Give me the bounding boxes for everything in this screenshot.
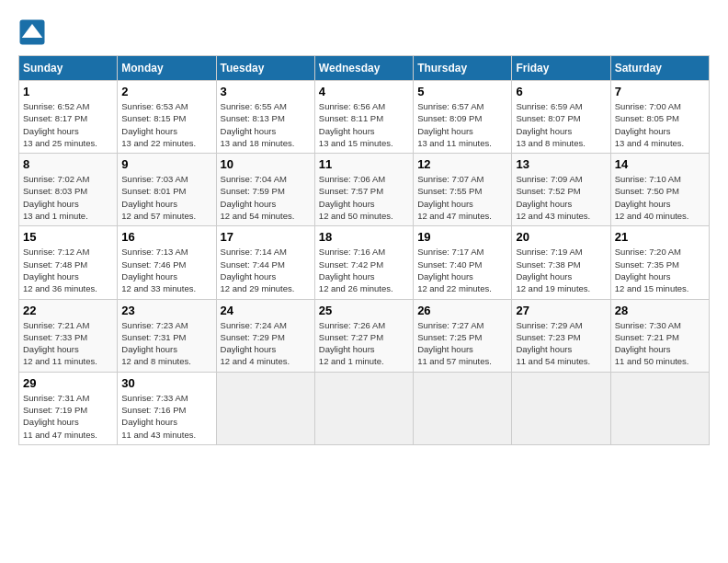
calendar-cell: 1 Sunrise: 6:52 AM Sunset: 8:17 PM Dayli… — [19, 81, 118, 154]
day-number: 1 — [23, 85, 113, 98]
day-info: Sunrise: 7:12 AM Sunset: 7:48 PM Dayligh… — [23, 246, 113, 294]
day-info: Sunrise: 7:17 AM Sunset: 7:40 PM Dayligh… — [417, 246, 507, 294]
calendar-cell: 13 Sunrise: 7:09 AM Sunset: 7:52 PM Dayl… — [512, 154, 610, 226]
day-info: Sunrise: 6:53 AM Sunset: 8:15 PM Dayligh… — [121, 100, 211, 149]
day-number: 20 — [516, 230, 606, 244]
logo — [18, 18, 50, 46]
day-number: 8 — [23, 157, 113, 171]
calendar-cell — [314, 372, 413, 444]
calendar-cell: 30 Sunrise: 7:33 AM Sunset: 7:16 PM Dayl… — [118, 372, 216, 444]
calendar-week-2: 8 Sunrise: 7:02 AM Sunset: 8:03 PM Dayli… — [19, 154, 710, 226]
day-info: Sunrise: 6:55 AM Sunset: 8:13 PM Dayligh… — [221, 100, 311, 149]
day-info: Sunrise: 7:03 AM Sunset: 8:01 PM Dayligh… — [121, 173, 211, 222]
calendar-cell: 16 Sunrise: 7:13 AM Sunset: 7:46 PM Dayl… — [118, 226, 216, 299]
day-number: 4 — [319, 85, 409, 98]
calendar-week-4: 22 Sunrise: 7:21 AM Sunset: 7:33 PM Dayl… — [19, 299, 710, 372]
calendar-cell: 25 Sunrise: 7:26 AM Sunset: 7:27 PM Dayl… — [314, 299, 413, 372]
weekday-header-tuesday: Tuesday — [216, 56, 314, 81]
calendar-cell: 26 Sunrise: 7:27 AM Sunset: 7:25 PM Dayl… — [414, 299, 512, 372]
day-number: 15 — [23, 230, 113, 244]
day-info: Sunrise: 7:13 AM Sunset: 7:46 PM Dayligh… — [121, 246, 211, 294]
calendar-cell: 5 Sunrise: 6:57 AM Sunset: 8:09 PM Dayli… — [414, 81, 512, 154]
calendar-cell: 14 Sunrise: 7:10 AM Sunset: 7:50 PM Dayl… — [610, 154, 709, 226]
day-number: 5 — [417, 85, 507, 98]
day-number: 16 — [121, 230, 211, 244]
calendar-cell: 18 Sunrise: 7:16 AM Sunset: 7:42 PM Dayl… — [314, 226, 413, 299]
weekday-header-wednesday: Wednesday — [314, 56, 413, 81]
day-info: Sunrise: 7:20 AM Sunset: 7:35 PM Dayligh… — [615, 246, 705, 294]
calendar-week-3: 15 Sunrise: 7:12 AM Sunset: 7:48 PM Dayl… — [19, 226, 710, 299]
calendar-cell: 12 Sunrise: 7:07 AM Sunset: 7:55 PM Dayl… — [414, 154, 512, 226]
day-info: Sunrise: 7:16 AM Sunset: 7:42 PM Dayligh… — [319, 246, 409, 294]
calendar-table: SundayMondayTuesdayWednesdayThursdayFrid… — [18, 55, 710, 445]
day-number: 23 — [121, 304, 211, 317]
day-info: Sunrise: 7:14 AM Sunset: 7:44 PM Dayligh… — [221, 246, 311, 294]
day-info: Sunrise: 7:06 AM Sunset: 7:57 PM Dayligh… — [319, 173, 409, 222]
page-header — [18, 18, 710, 46]
weekday-header-saturday: Saturday — [610, 56, 709, 81]
calendar-cell: 3 Sunrise: 6:55 AM Sunset: 8:13 PM Dayli… — [216, 81, 314, 154]
day-number: 2 — [121, 85, 211, 98]
day-number: 26 — [417, 304, 507, 317]
calendar-cell: 9 Sunrise: 7:03 AM Sunset: 8:01 PM Dayli… — [118, 154, 216, 226]
calendar-week-1: 1 Sunrise: 6:52 AM Sunset: 8:17 PM Dayli… — [19, 81, 710, 154]
day-number: 11 — [319, 157, 409, 171]
day-number: 7 — [615, 85, 705, 98]
calendar-cell — [414, 372, 512, 444]
day-info: Sunrise: 7:10 AM Sunset: 7:50 PM Dayligh… — [615, 173, 705, 222]
calendar-cell: 29 Sunrise: 7:31 AM Sunset: 7:19 PM Dayl… — [19, 372, 118, 444]
calendar-cell — [610, 372, 709, 444]
day-info: Sunrise: 7:33 AM Sunset: 7:16 PM Dayligh… — [121, 392, 211, 441]
day-info: Sunrise: 7:19 AM Sunset: 7:38 PM Dayligh… — [516, 246, 606, 294]
day-info: Sunrise: 7:02 AM Sunset: 8:03 PM Dayligh… — [23, 173, 113, 222]
calendar-cell: 10 Sunrise: 7:04 AM Sunset: 7:59 PM Dayl… — [216, 154, 314, 226]
day-info: Sunrise: 7:09 AM Sunset: 7:52 PM Dayligh… — [516, 173, 606, 222]
day-info: Sunrise: 6:59 AM Sunset: 8:07 PM Dayligh… — [516, 100, 606, 149]
weekday-header-row: SundayMondayTuesdayWednesdayThursdayFrid… — [19, 56, 710, 81]
day-info: Sunrise: 7:21 AM Sunset: 7:33 PM Dayligh… — [23, 319, 113, 368]
day-number: 19 — [417, 230, 507, 244]
calendar-cell: 20 Sunrise: 7:19 AM Sunset: 7:38 PM Dayl… — [512, 226, 610, 299]
day-number: 28 — [615, 304, 705, 317]
day-number: 25 — [319, 304, 409, 317]
calendar-cell: 6 Sunrise: 6:59 AM Sunset: 8:07 PM Dayli… — [512, 81, 610, 154]
calendar-cell: 8 Sunrise: 7:02 AM Sunset: 8:03 PM Dayli… — [19, 154, 118, 226]
calendar-cell: 22 Sunrise: 7:21 AM Sunset: 7:33 PM Dayl… — [19, 299, 118, 372]
calendar-cell: 15 Sunrise: 7:12 AM Sunset: 7:48 PM Dayl… — [19, 226, 118, 299]
day-info: Sunrise: 7:27 AM Sunset: 7:25 PM Dayligh… — [417, 319, 507, 368]
day-number: 21 — [615, 230, 705, 244]
day-number: 14 — [615, 157, 705, 171]
calendar-cell: 28 Sunrise: 7:30 AM Sunset: 7:21 PM Dayl… — [610, 299, 709, 372]
day-info: Sunrise: 7:00 AM Sunset: 8:05 PM Dayligh… — [615, 100, 705, 149]
weekday-header-thursday: Thursday — [414, 56, 512, 81]
weekday-header-monday: Monday — [118, 56, 216, 81]
calendar-cell: 4 Sunrise: 6:56 AM Sunset: 8:11 PM Dayli… — [314, 81, 413, 154]
day-info: Sunrise: 6:57 AM Sunset: 8:09 PM Dayligh… — [417, 100, 507, 149]
logo-icon — [18, 18, 46, 46]
day-info: Sunrise: 7:26 AM Sunset: 7:27 PM Dayligh… — [319, 319, 409, 368]
day-info: Sunrise: 6:56 AM Sunset: 8:11 PM Dayligh… — [319, 100, 409, 149]
calendar-cell: 23 Sunrise: 7:23 AM Sunset: 7:31 PM Dayl… — [118, 299, 216, 372]
day-number: 9 — [121, 157, 211, 171]
calendar-cell — [512, 372, 610, 444]
day-info: Sunrise: 7:07 AM Sunset: 7:55 PM Dayligh… — [417, 173, 507, 222]
calendar-week-5: 29 Sunrise: 7:31 AM Sunset: 7:19 PM Dayl… — [19, 372, 710, 444]
day-number: 29 — [23, 376, 113, 390]
day-number: 12 — [417, 157, 507, 171]
calendar-cell: 27 Sunrise: 7:29 AM Sunset: 7:23 PM Dayl… — [512, 299, 610, 372]
day-info: Sunrise: 7:24 AM Sunset: 7:29 PM Dayligh… — [221, 319, 311, 368]
day-number: 30 — [121, 376, 211, 390]
day-number: 13 — [516, 157, 606, 171]
day-info: Sunrise: 6:52 AM Sunset: 8:17 PM Dayligh… — [23, 100, 113, 149]
day-info: Sunrise: 7:31 AM Sunset: 7:19 PM Dayligh… — [23, 392, 113, 441]
weekday-header-sunday: Sunday — [19, 56, 118, 81]
calendar-cell: 21 Sunrise: 7:20 AM Sunset: 7:35 PM Dayl… — [610, 226, 709, 299]
day-number: 6 — [516, 85, 606, 98]
calendar-cell — [216, 372, 314, 444]
day-info: Sunrise: 7:30 AM Sunset: 7:21 PM Dayligh… — [615, 319, 705, 368]
day-number: 18 — [319, 230, 409, 244]
day-number: 10 — [221, 157, 311, 171]
day-info: Sunrise: 7:04 AM Sunset: 7:59 PM Dayligh… — [221, 173, 311, 222]
weekday-header-friday: Friday — [512, 56, 610, 81]
calendar-cell: 11 Sunrise: 7:06 AM Sunset: 7:57 PM Dayl… — [314, 154, 413, 226]
